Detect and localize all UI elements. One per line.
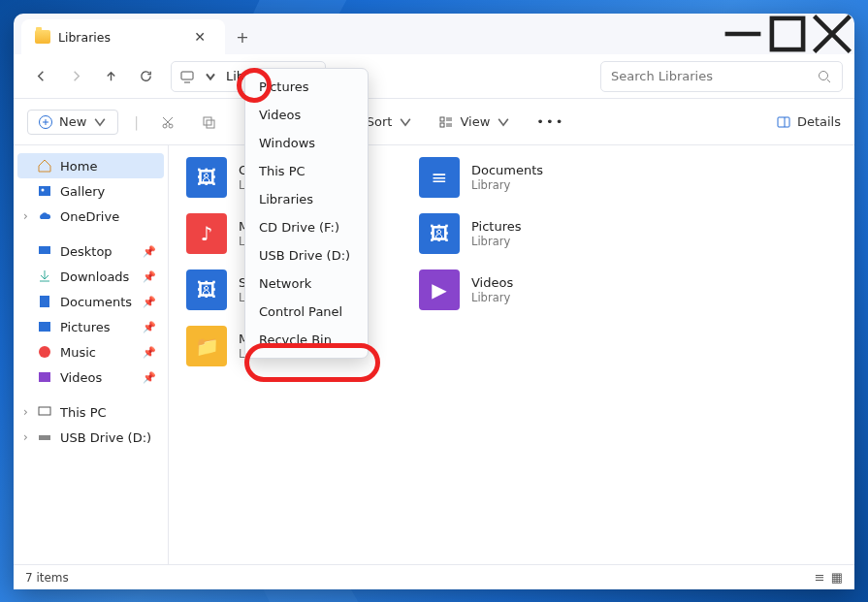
- dropdown-item[interactable]: This PC: [245, 157, 368, 185]
- svg-rect-29: [39, 246, 50, 254]
- pc-icon: [37, 404, 52, 420]
- music-icon: ♪: [186, 213, 227, 254]
- document-icon: ≡: [419, 157, 460, 198]
- maximize-button[interactable]: [765, 14, 810, 54]
- sidebar-item-thispc[interactable]: This PC: [17, 399, 164, 425]
- dropdown-item[interactable]: Videos: [245, 101, 368, 129]
- back-button[interactable]: [25, 61, 56, 92]
- picture-icon: 🖼: [186, 269, 227, 310]
- svg-rect-35: [39, 435, 50, 440]
- dropdown-item[interactable]: Windows: [245, 129, 368, 157]
- videos-icon: [37, 369, 52, 385]
- folder-icon: 📁: [186, 326, 227, 366]
- sidebar-item-music[interactable]: Music📌: [17, 339, 164, 364]
- forward-button[interactable]: [60, 61, 91, 92]
- window-controls: [721, 14, 854, 54]
- desktop-icon: [37, 243, 52, 259]
- svg-rect-22: [440, 123, 444, 127]
- new-tab-button[interactable]: +: [225, 19, 260, 54]
- more-button[interactable]: •••: [530, 111, 570, 133]
- dropdown-item[interactable]: Recycle Bin: [245, 326, 368, 354]
- pictures-icon: [37, 319, 52, 334]
- chevron-down-icon[interactable]: [203, 69, 218, 84]
- pin-icon: 📌: [143, 321, 156, 333]
- library-item-documents[interactable]: ≡DocumentsLibrary: [419, 157, 613, 198]
- video-icon: ▶: [419, 269, 460, 310]
- sidebar-item-desktop[interactable]: Desktop📌: [17, 238, 164, 264]
- thumbnails-view-icon[interactable]: ▦: [831, 570, 843, 585]
- sidebar-item-home[interactable]: Home: [17, 153, 164, 178]
- close-tab-icon[interactable]: ✕: [188, 27, 211, 47]
- minimize-button[interactable]: [721, 14, 765, 54]
- dropdown-item[interactable]: Libraries: [245, 185, 368, 213]
- search-input[interactable]: [611, 69, 817, 83]
- plus-icon: +: [236, 28, 248, 47]
- chevron-down-icon: [398, 114, 413, 130]
- svg-rect-25: [778, 117, 789, 127]
- svg-rect-15: [204, 117, 211, 125]
- copy-icon: [201, 114, 216, 130]
- pin-icon: 📌: [143, 371, 156, 384]
- dropdown-item-control-panel[interactable]: Control Panel: [245, 298, 368, 326]
- sidebar-item-onedrive[interactable]: OneDrive: [17, 204, 164, 229]
- library-item-videos[interactable]: ▶VideosLibrary: [419, 269, 613, 310]
- cut-button[interactable]: [154, 111, 181, 134]
- up-button[interactable]: [95, 61, 126, 92]
- svg-point-28: [42, 189, 45, 192]
- dropdown-item[interactable]: Pictures: [245, 73, 368, 101]
- picture-icon: 🖼: [186, 157, 227, 198]
- pin-icon: 📌: [143, 245, 156, 258]
- svg-rect-33: [39, 372, 50, 382]
- explorer-window: Libraries ✕ + Libraries New: [14, 14, 854, 589]
- chevron-down-icon: [496, 114, 511, 130]
- close-button[interactable]: [810, 14, 854, 54]
- sidebar-item-documents[interactable]: Documents📌: [17, 289, 164, 314]
- dropdown-item[interactable]: CD Drive (F:): [245, 213, 368, 241]
- body: Home Gallery OneDrive Desktop📌 Downloads…: [14, 145, 854, 564]
- plus-circle-icon: [38, 114, 53, 130]
- cloud-icon: [37, 208, 52, 224]
- monitor-icon: [179, 69, 195, 84]
- scissors-icon: [160, 114, 176, 130]
- address-history-dropdown: Pictures Videos Windows This PC Librarie…: [244, 68, 369, 359]
- ellipsis-icon: •••: [536, 114, 564, 129]
- sidebar-item-gallery[interactable]: Gallery: [17, 178, 164, 204]
- chevron-down-icon: [92, 114, 108, 130]
- search-box[interactable]: [600, 61, 843, 92]
- document-icon: [37, 294, 52, 309]
- sidebar-item-downloads[interactable]: Downloads📌: [17, 264, 164, 289]
- picture-icon: 🖼: [419, 213, 460, 254]
- library-item-pictures[interactable]: 🖼PicturesLibrary: [419, 213, 613, 254]
- svg-rect-4: [181, 72, 193, 79]
- view-button[interactable]: View: [433, 111, 517, 134]
- tab-libraries[interactable]: Libraries ✕: [21, 19, 225, 54]
- new-button[interactable]: New: [27, 110, 118, 135]
- download-icon: [37, 269, 52, 284]
- view-icon: [438, 114, 454, 130]
- copy-button[interactable]: [195, 111, 222, 134]
- svg-rect-31: [39, 322, 50, 332]
- pin-icon: 📌: [143, 270, 156, 283]
- sidebar-item-videos[interactable]: Videos📌: [17, 364, 164, 390]
- svg-point-32: [39, 346, 50, 358]
- status-text: 7 items: [25, 571, 69, 585]
- details-view-icon[interactable]: ≡: [815, 570, 825, 585]
- svg-rect-1: [772, 18, 803, 49]
- search-icon: [817, 69, 832, 84]
- sidebar-item-pictures[interactable]: Pictures📌: [17, 314, 164, 339]
- svg-rect-27: [39, 186, 50, 196]
- home-icon: [37, 158, 52, 174]
- details-button[interactable]: Details: [776, 114, 841, 130]
- svg-rect-30: [40, 296, 49, 307]
- gallery-icon: [37, 183, 52, 199]
- address-bar: Libraries: [14, 54, 854, 99]
- dropdown-item[interactable]: USB Drive (D:): [245, 241, 368, 269]
- sidebar-item-usb[interactable]: USB Drive (D:): [17, 425, 164, 450]
- panel-icon: [776, 114, 791, 130]
- svg-line-7: [827, 79, 830, 82]
- music-icon: [37, 344, 52, 360]
- status-bar: 7 items ≡ ▦: [14, 564, 854, 589]
- dropdown-item[interactable]: Network: [245, 269, 368, 298]
- toolbar: New | | Sort View ••• Details: [14, 99, 854, 145]
- refresh-button[interactable]: [130, 61, 161, 92]
